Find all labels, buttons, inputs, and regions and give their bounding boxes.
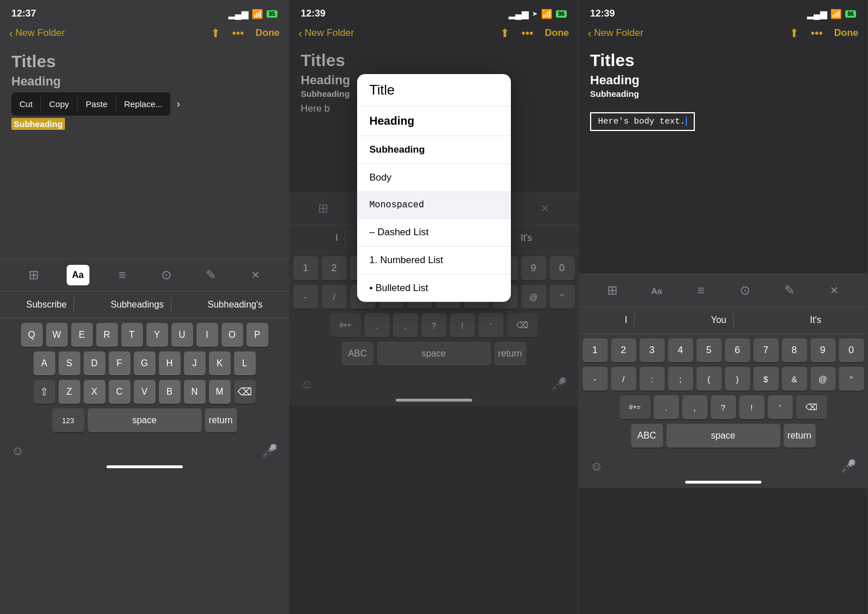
- key-exclaim-3[interactable]: !: [739, 395, 764, 419]
- key-x[interactable]: X: [84, 380, 105, 404]
- mic-btn-3[interactable]: 🎤: [841, 459, 856, 474]
- key-at[interactable]: @: [521, 285, 546, 309]
- format-numbered-item[interactable]: 1. Numbered List: [357, 247, 511, 275]
- key-0[interactable]: 0: [550, 256, 575, 280]
- key-shift[interactable]: ⇧: [34, 380, 55, 404]
- key-5-3[interactable]: 5: [697, 338, 722, 362]
- close-btn-1[interactable]: ✕: [244, 265, 267, 285]
- more-icon-2[interactable]: •••: [521, 27, 533, 40]
- table-btn-3[interactable]: ⊞: [601, 280, 624, 301]
- key-w[interactable]: W: [46, 323, 68, 347]
- done-button-2[interactable]: Done: [545, 27, 570, 39]
- markup-btn-1[interactable]: ✎: [199, 265, 222, 285]
- autocomplete-3[interactable]: Subheading's: [201, 297, 269, 312]
- key-backspace-2[interactable]: ⌫: [507, 313, 538, 337]
- key-y[interactable]: Y: [146, 323, 168, 347]
- key-j[interactable]: J: [184, 351, 206, 375]
- key-g[interactable]: G: [134, 351, 155, 375]
- autocomplete-1[interactable]: Subscribe: [19, 297, 74, 312]
- done-button-1[interactable]: Done: [256, 27, 280, 39]
- key-abc-2[interactable]: ABC: [342, 342, 374, 366]
- format-btn-3[interactable]: Aa: [645, 280, 668, 301]
- key-hash[interactable]: #+=: [330, 313, 361, 337]
- autocomplete-2-3[interactable]: It's: [514, 231, 539, 245]
- key-abc-3[interactable]: ABC: [631, 424, 663, 448]
- key-backspace[interactable]: ⌫: [234, 380, 256, 404]
- mic-btn-1[interactable]: 🎤: [262, 444, 277, 459]
- key-comma-3[interactable]: ,: [682, 395, 707, 419]
- key-dash-3[interactable]: -: [583, 367, 608, 391]
- autocomplete-3-2[interactable]: You: [704, 313, 734, 328]
- key-2-3[interactable]: 2: [611, 338, 636, 362]
- format-heading-item[interactable]: Heading: [357, 107, 511, 136]
- format-bulleted-item[interactable]: • Bulleted List: [357, 275, 511, 302]
- format-btn-1[interactable]: Aa: [67, 265, 89, 285]
- more-icon-1[interactable]: •••: [232, 27, 244, 40]
- nav-back-2[interactable]: ‹ New Folder: [298, 27, 354, 40]
- key-p[interactable]: P: [247, 323, 268, 347]
- key-z[interactable]: Z: [59, 380, 80, 404]
- key-h[interactable]: H: [159, 351, 181, 375]
- key-q[interactable]: Q: [21, 323, 43, 347]
- key-9[interactable]: 9: [521, 256, 546, 280]
- format-monospaced-item[interactable]: Monospaced: [357, 192, 511, 219]
- key-backspace-3[interactable]: ⌫: [796, 395, 827, 419]
- key-dot-3[interactable]: .: [654, 395, 679, 419]
- key-r[interactable]: R: [96, 323, 118, 347]
- key-amp-3[interactable]: &: [782, 367, 807, 391]
- autocomplete-3-1[interactable]: I: [618, 313, 634, 328]
- table-btn-1[interactable]: ⊞: [22, 265, 45, 285]
- mic-btn-2[interactable]: 🎤: [551, 377, 567, 392]
- key-semi-3[interactable]: ;: [668, 367, 693, 391]
- camera-btn-3[interactable]: ⊙: [734, 280, 756, 301]
- key-exclaim[interactable]: !: [450, 313, 475, 337]
- list-btn-1[interactable]: ≡: [111, 265, 134, 285]
- emoji-btn-1[interactable]: ☺: [11, 444, 24, 459]
- emoji-btn-2[interactable]: ☺: [301, 377, 313, 392]
- key-space-2[interactable]: space: [377, 342, 491, 366]
- key-1-3[interactable]: 1: [583, 338, 608, 362]
- key-8-3[interactable]: 8: [782, 338, 807, 362]
- key-return[interactable]: return: [205, 408, 237, 432]
- format-dashed-item[interactable]: – Dashed List: [357, 219, 511, 247]
- format-body-item[interactable]: Body: [357, 164, 511, 192]
- key-dash[interactable]: -: [293, 285, 318, 309]
- list-btn-3[interactable]: ≡: [690, 280, 713, 301]
- key-c[interactable]: C: [109, 380, 130, 404]
- paste-button[interactable]: Paste: [77, 96, 116, 112]
- key-b[interactable]: B: [159, 380, 181, 404]
- key-dot[interactable]: .: [365, 313, 390, 337]
- format-subheading-item[interactable]: Subheading: [357, 136, 511, 164]
- key-9-3[interactable]: 9: [810, 338, 836, 362]
- close-btn-3[interactable]: ✕: [822, 280, 845, 301]
- key-space[interactable]: space: [88, 408, 202, 432]
- key-a[interactable]: A: [34, 351, 55, 375]
- key-o[interactable]: O: [222, 323, 243, 347]
- key-at-3[interactable]: @: [810, 367, 836, 391]
- key-f[interactable]: F: [109, 351, 130, 375]
- close-btn-2[interactable]: ✕: [533, 198, 556, 219]
- autocomplete-2[interactable]: Subheadings: [104, 297, 171, 312]
- key-k[interactable]: K: [209, 351, 231, 375]
- key-lparen-3[interactable]: (: [697, 367, 722, 391]
- key-123[interactable]: 123: [52, 408, 84, 432]
- autocomplete-3-3[interactable]: It's: [803, 313, 828, 328]
- key-apos-3[interactable]: ': [768, 395, 793, 419]
- nav-back-3[interactable]: ‹ New Folder: [588, 27, 644, 40]
- key-0-3[interactable]: 0: [839, 338, 864, 362]
- markup-btn-3[interactable]: ✎: [778, 280, 801, 301]
- key-rparen-3[interactable]: ): [725, 367, 750, 391]
- key-v[interactable]: V: [134, 380, 155, 404]
- key-3-3[interactable]: 3: [640, 338, 665, 362]
- key-u[interactable]: U: [171, 323, 193, 347]
- nav-back-label-2[interactable]: New Folder: [305, 27, 354, 39]
- key-s[interactable]: S: [59, 351, 80, 375]
- key-return-2[interactable]: return: [494, 342, 526, 366]
- key-apos[interactable]: ': [478, 313, 503, 337]
- key-t[interactable]: T: [121, 323, 143, 347]
- key-quote[interactable]: ": [550, 285, 575, 309]
- key-return-3[interactable]: return: [784, 424, 816, 448]
- key-dollar-3[interactable]: $: [754, 367, 779, 391]
- nav-back-1[interactable]: ‹ New Folder: [9, 27, 65, 40]
- nav-back-label-1[interactable]: New Folder: [15, 27, 65, 39]
